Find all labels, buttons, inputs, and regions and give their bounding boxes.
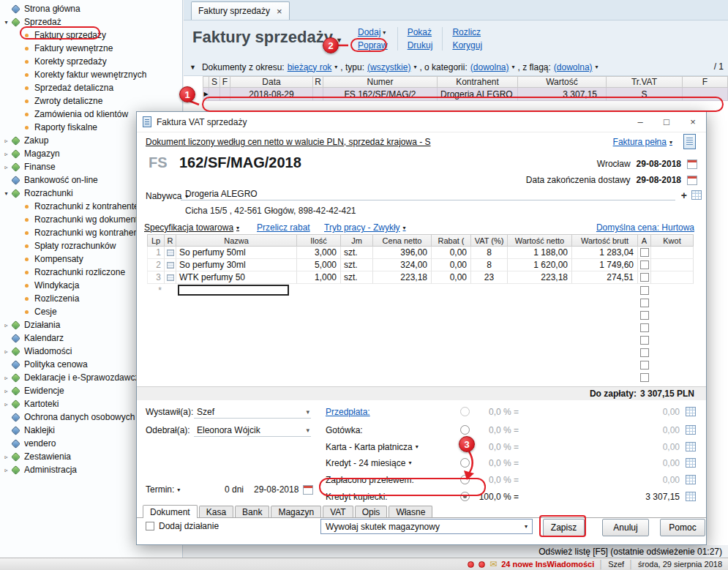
anuluj-button[interactable]: Anuluj xyxy=(602,519,649,536)
item-discount[interactable]: 0,00 xyxy=(432,271,471,284)
item-discount[interactable]: 0,00 xyxy=(432,247,471,259)
tree-collapsed-icon[interactable]: ▹ xyxy=(2,388,10,394)
chevron-down-icon[interactable]: ▾ xyxy=(596,64,598,70)
checkbox[interactable] xyxy=(640,336,649,345)
termin-date[interactable]: 29-08-2018 xyxy=(254,484,299,495)
item-qty[interactable]: 3,000 xyxy=(297,247,341,259)
category-filter[interactable]: (dowolna) xyxy=(470,62,509,72)
checkbox[interactable] xyxy=(640,260,649,269)
close-icon[interactable]: × xyxy=(680,113,706,131)
item-handle[interactable] xyxy=(165,247,176,259)
filter-icon[interactable]: ▼ xyxy=(189,64,196,71)
radio-gotowka[interactable] xyxy=(460,425,470,435)
calculator-icon[interactable] xyxy=(686,407,696,416)
messages-link[interactable]: 24 nowe InsWiadomości xyxy=(501,560,594,569)
chevron-down-icon[interactable]: ▾ xyxy=(413,64,416,70)
checkbox[interactable] xyxy=(640,286,649,295)
item-name[interactable]: WTK perfumy 50 xyxy=(176,271,297,284)
full-invoice-link[interactable]: Faktura pełna▾ xyxy=(613,137,672,147)
checkbox[interactable] xyxy=(640,361,649,370)
sidebar-item-sprzedaz-detaliczna[interactable]: Sprzedaż detaliczna xyxy=(0,81,182,94)
pokaz-link[interactable]: Pokaż xyxy=(408,27,433,37)
checkbox[interactable] xyxy=(640,273,649,282)
page-title[interactable]: Faktury sprzedaży ▾ xyxy=(192,28,341,47)
add-contractor-icon[interactable]: + xyxy=(681,190,687,201)
tree-collapsed-icon[interactable]: ▹ xyxy=(2,375,10,381)
popraw-link[interactable]: Popraw xyxy=(358,40,388,50)
radio-przelew[interactable] xyxy=(460,475,470,484)
sidebar-item-zwroty-detaliczne[interactable]: Zwroty detaliczne xyxy=(0,94,182,108)
grid-col-f[interactable]: F xyxy=(220,76,230,88)
radio-kredyt[interactable] xyxy=(460,458,470,468)
checkbox[interactable] xyxy=(640,323,649,332)
maximize-icon[interactable]: □ xyxy=(653,113,680,131)
item-name[interactable]: So perfumy 50ml xyxy=(176,247,297,259)
dodaj-link[interactable]: Dodaj xyxy=(358,27,380,37)
tree-collapsed-icon[interactable]: ▹ xyxy=(2,401,10,408)
tree-collapsed-icon[interactable]: ▹ xyxy=(2,348,10,355)
item-vat[interactable]: 8 xyxy=(471,259,508,271)
item-vat[interactable]: 23 xyxy=(471,271,508,284)
chevron-down-icon[interactable]: ▾ xyxy=(334,64,337,70)
doc-settings-link[interactable]: Dokument liczony według cen netto w walu… xyxy=(146,137,431,147)
sidebar-item-faktury-sprzedazy[interactable]: Faktury sprzedaży xyxy=(0,29,182,42)
tree-collapsed-icon[interactable]: ▹ xyxy=(2,322,10,329)
calculator-icon[interactable] xyxy=(686,475,696,484)
calendar-icon[interactable] xyxy=(687,176,697,185)
minimize-icon[interactable]: – xyxy=(627,113,653,131)
drukuj-link[interactable]: Drukuj xyxy=(408,40,433,50)
grid-col-data[interactable]: Data xyxy=(230,76,313,88)
item-price[interactable]: 324,00 xyxy=(373,259,432,271)
recalc-discount-link[interactable]: Przelicz rabat xyxy=(257,222,310,233)
tab-opis[interactable]: Opis xyxy=(355,506,388,517)
item-price[interactable]: 223,18 xyxy=(373,271,432,284)
new-item-row[interactable]: * xyxy=(147,284,694,296)
sidebar-item-korekty-faktur-wewnetrznych[interactable]: Korekty faktur wewnętrznych xyxy=(0,68,182,81)
tree-collapsed-icon[interactable]: ▹ xyxy=(2,454,10,460)
grid-row-selected[interactable]: ▶ 2018-08-29 FS 162/SF/MAG/2 Drogeria AL… xyxy=(203,88,728,101)
tree-expanded-icon[interactable]: ▾ xyxy=(2,190,10,197)
envelope-icon[interactable]: ✉ xyxy=(489,559,497,569)
dialog-titlebar[interactable]: Faktura VAT sprzedaży – □ × xyxy=(137,112,706,132)
buyer-field[interactable]: Drogeria ALEGRO xyxy=(181,188,675,200)
koryguj-link[interactable]: Koryguj xyxy=(452,40,482,50)
issuer-combo[interactable]: Szef▾ xyxy=(194,406,311,419)
grid-col-numer[interactable]: Numer xyxy=(323,76,438,88)
termin-days[interactable]: 0 dni xyxy=(207,484,244,495)
item-discount[interactable]: 0,00 xyxy=(432,259,471,271)
refresh-note[interactable]: Odśwież listę [F5] (ostatnie odświeżenie… xyxy=(539,547,722,557)
tab-magazyn[interactable]: Magazyn xyxy=(271,506,321,517)
calculator-icon[interactable] xyxy=(686,442,696,451)
work-mode-link[interactable]: Tryb pracy - Zwykły▾ xyxy=(324,222,406,233)
city-label[interactable]: Wrocław xyxy=(597,159,631,169)
checkbox-dodaj-dzialanie[interactable] xyxy=(146,522,154,530)
kredyt-selector[interactable]: Kredyt - 24 miesiące▾ xyxy=(326,458,456,468)
checkbox[interactable] xyxy=(640,299,649,307)
tab-wlasne[interactable]: Własne xyxy=(389,506,432,517)
grid-col-trvat[interactable]: Tr.VAT xyxy=(607,76,683,88)
tree-expanded-icon[interactable]: ▾ xyxy=(2,19,10,26)
item-row[interactable]: 3 WTK perfumy 50 1,000 szt. 223,18 0,00 … xyxy=(147,271,694,284)
chevron-down-icon[interactable]: ▾ xyxy=(383,29,386,36)
tree-collapsed-icon[interactable]: ▹ xyxy=(2,164,10,170)
tab-faktury-sprzedazy[interactable]: Faktury sprzedaży × xyxy=(191,1,290,20)
radio-kredyt-kupiecki[interactable] xyxy=(460,492,470,501)
checkbox[interactable] xyxy=(640,373,649,382)
period-filter[interactable]: bieżący rok xyxy=(288,62,332,72)
sidebar-item-sprzedaz[interactable]: ▾Sprzedaż xyxy=(0,15,182,29)
item-qty[interactable]: 1,000 xyxy=(297,271,341,284)
warehouse-effect-select[interactable]: Wywołaj skutek magazynowy ▾ xyxy=(320,519,533,534)
checkbox[interactable] xyxy=(640,311,649,320)
grid-col-wartosc[interactable]: Wartość xyxy=(518,76,607,88)
sidebar-item-faktury-wewnetrzne[interactable]: Faktury wewnętrzne xyxy=(0,42,182,55)
flag-filter[interactable]: (dowolna) xyxy=(554,62,593,72)
doc-number[interactable]: 162/SF/MAG/2018 xyxy=(179,154,301,171)
karta-selector[interactable]: Karta - Karta płatnicza▾ xyxy=(326,442,456,452)
new-item-cell[interactable] xyxy=(176,284,297,296)
tab-kasa[interactable]: Kasa xyxy=(199,506,233,517)
grid-col-r[interactable]: R xyxy=(313,76,323,88)
tree-collapsed-icon[interactable]: ▹ xyxy=(2,138,10,144)
sidebar-item-korekty-sprzedazy[interactable]: Korekty sprzedaży xyxy=(0,55,182,68)
item-price[interactable]: 396,00 xyxy=(373,247,432,259)
item-qty[interactable]: 5,000 xyxy=(297,259,341,271)
